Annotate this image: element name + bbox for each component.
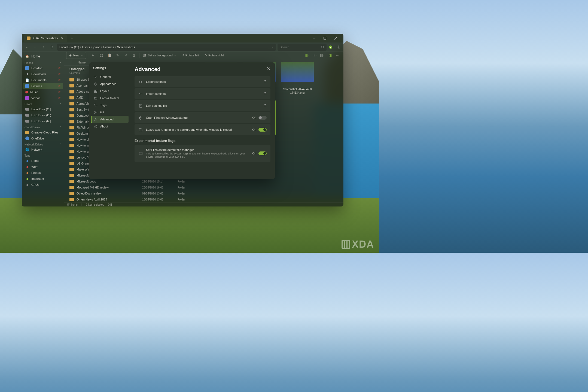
sidebar-header-pinned[interactable]: Pinned⌃ [22, 60, 64, 65]
toggle-default-fm[interactable] [258, 151, 267, 155]
sidebar-item-pictures[interactable]: Pictures📌 [23, 83, 63, 89]
set-background-button[interactable]: 🖼 Set as background ⌄ [141, 52, 178, 59]
sidebar-tag-photos[interactable]: ◆Photos [23, 170, 63, 176]
grid-icon [94, 89, 98, 93]
toggle-background[interactable] [258, 128, 267, 132]
new-button[interactable]: ⊕ New ⌄ [66, 52, 86, 59]
sidebar-tag-important[interactable]: ◆Important [23, 176, 63, 182]
forward-button[interactable]: → [32, 43, 39, 51]
svg-point-17 [95, 104, 95, 105]
sidebar-item-videos[interactable]: Videos📌 [23, 95, 63, 101]
settings-nav-layout[interactable]: Layout [91, 87, 129, 95]
sidebar-item-network[interactable]: 🌐Network [23, 147, 63, 153]
maximize-button[interactable] [319, 34, 330, 42]
group-button[interactable]: ↓↑⌄ [311, 52, 318, 59]
folder-icon [69, 90, 74, 93]
minimize-button[interactable] [309, 34, 319, 42]
share-button[interactable]: ↗ [122, 52, 129, 59]
sidebar-header-network[interactable]: Network Drives⌃ [22, 141, 64, 147]
sidebar-item-cc[interactable]: Creative Cloud Files [23, 129, 63, 135]
folder-icon [69, 126, 74, 129]
toggle-label: Off [252, 116, 256, 119]
sidebar-item-onedrive[interactable]: OneDrive [23, 135, 63, 141]
settings-nav-tags[interactable]: Tags [91, 102, 129, 109]
sidebar-item-drive-e[interactable]: USB Drive (E:) [23, 118, 63, 124]
onedrive-icon [25, 136, 29, 140]
sidebar-header-drives[interactable]: Drives⌃ [22, 101, 64, 106]
sidebar-item-downloads[interactable]: ⬇Downloads📌 [23, 71, 63, 77]
breadcrumb-seg[interactable]: Local Disk (C:) [59, 45, 79, 49]
preview-button[interactable]: ◨ [327, 52, 334, 59]
sidebar-tag-gpus[interactable]: ◆GPUs [23, 182, 63, 188]
breadcrumb-seg[interactable]: Users [82, 45, 90, 49]
info-icon [94, 124, 98, 128]
settings-icon[interactable] [335, 44, 342, 51]
list-item[interactable]: Omen News April 2024 18/04/2024 13:03 Fo… [64, 196, 199, 202]
settings-close-button[interactable] [265, 65, 272, 72]
rename-button[interactable]: ✎ [114, 52, 121, 59]
row-subtitle: This option modifies the system registry… [146, 152, 249, 159]
back-button[interactable]: ← [23, 43, 31, 51]
settings-nav-general[interactable]: General [91, 73, 129, 80]
tab-close-button[interactable]: ✕ [60, 36, 64, 40]
download-icon: ⬇ [25, 72, 29, 76]
status-selected: 1 item selected [86, 203, 104, 206]
settings-row-export[interactable]: Export settings [135, 76, 270, 87]
plus-icon: ⊕ [69, 54, 72, 57]
folder-icon [69, 102, 74, 105]
paste-button[interactable]: 📋 [106, 52, 113, 59]
list-item[interactable]: ObjectDock review 02/04/2024 13:03 Folde… [64, 190, 199, 196]
sidebar-item-drive-d[interactable]: USB Drive (D:) [23, 112, 63, 118]
sidebar-item-music[interactable]: Music📌 [23, 89, 63, 95]
layout-button[interactable]: ▤⌄ [319, 52, 326, 59]
settings-row-startup[interactable]: Open Files on Windows startup Off [135, 112, 270, 123]
svg-rect-14 [96, 90, 97, 91]
settings-row-import[interactable]: Import settings [135, 88, 270, 99]
breadcrumb[interactable]: Local Disk (C:)› Users› joaoc› Pictures›… [57, 44, 276, 51]
status-ok-icon[interactable] [327, 44, 334, 51]
rotate-right-button[interactable]: ↻ Rotate right [202, 52, 226, 59]
delete-button[interactable]: 🗑 [130, 52, 138, 59]
breadcrumb-seg[interactable]: Pictures [103, 45, 114, 49]
sidebar-item-desktop[interactable]: Desktop📌 [23, 65, 63, 71]
search-input[interactable]: Search [278, 44, 327, 51]
breadcrumb-dropdown-icon[interactable]: ⌄ [271, 45, 274, 49]
settings-nav-advanced[interactable]: Advanced [91, 116, 129, 123]
list-item[interactable]: Microsoft Loop 22/04/2024 15:14 Folder [64, 178, 199, 184]
sidebar: 🏠 Home Pinned⌃ Desktop📌 ⬇Downloads📌 📄Doc… [22, 52, 64, 206]
settings-nav-about[interactable]: About [91, 123, 129, 130]
sidebar-item-documents[interactable]: 📄Documents📌 [23, 77, 63, 83]
power-icon [138, 116, 143, 120]
folder-icon [69, 156, 74, 159]
sidebar-tag-home[interactable]: ◆Home [23, 158, 63, 164]
settings-row-default-fm[interactable]: Set Files as the default file manager Th… [135, 145, 270, 162]
settings-row-background[interactable]: Leave app running in the background when… [135, 124, 270, 135]
sidebar-header-cloud[interactable]: Cloud Drives⌃ [22, 124, 64, 129]
up-button[interactable]: ↑ [40, 43, 47, 51]
sidebar-tag-work[interactable]: ◆Work [23, 164, 63, 170]
sidebar-item-drive-c[interactable]: Local Disk (C:) [23, 106, 63, 112]
breadcrumb-seg[interactable]: Screenshots [117, 45, 135, 49]
settings-nav-appearance[interactable]: Appearance [91, 80, 129, 87]
settings-nav-files[interactable]: Files & folders [91, 95, 129, 102]
list-item[interactable]: Mobapad M6 HD review 26/03/2024 16:05 Fo… [64, 184, 199, 190]
sidebar-header-tags[interactable]: Tags⌃ [22, 153, 64, 158]
thumbnail-item[interactable]: Screenshot 2024-04-30 174134.png [281, 62, 314, 95]
new-tab-button[interactable]: ＋ [68, 34, 76, 42]
sort-button[interactable]: ▦⌄ [304, 52, 311, 59]
rotate-left-button[interactable]: ↺ Rotate left [179, 52, 201, 59]
breadcrumb-seg[interactable]: joaoc [93, 45, 100, 49]
copy-button[interactable]: ⿻ [98, 52, 105, 59]
close-button[interactable] [330, 34, 341, 42]
toggle-startup[interactable] [258, 116, 267, 120]
refresh-button[interactable] [48, 43, 56, 51]
folder-icon [69, 150, 74, 153]
sidebar-home[interactable]: 🏠 Home [23, 53, 63, 60]
folder-icon [69, 186, 74, 189]
cut-button[interactable]: ✂ [90, 52, 97, 59]
chevron-up-icon: ⌃ [59, 126, 61, 129]
settings-nav-git[interactable]: Git [91, 109, 129, 116]
more-button[interactable]: ⋯ [334, 52, 341, 59]
tab-active[interactable]: XDA | Screenshots ✕ [24, 34, 67, 42]
settings-row-edit[interactable]: Edit settings file [135, 100, 270, 111]
